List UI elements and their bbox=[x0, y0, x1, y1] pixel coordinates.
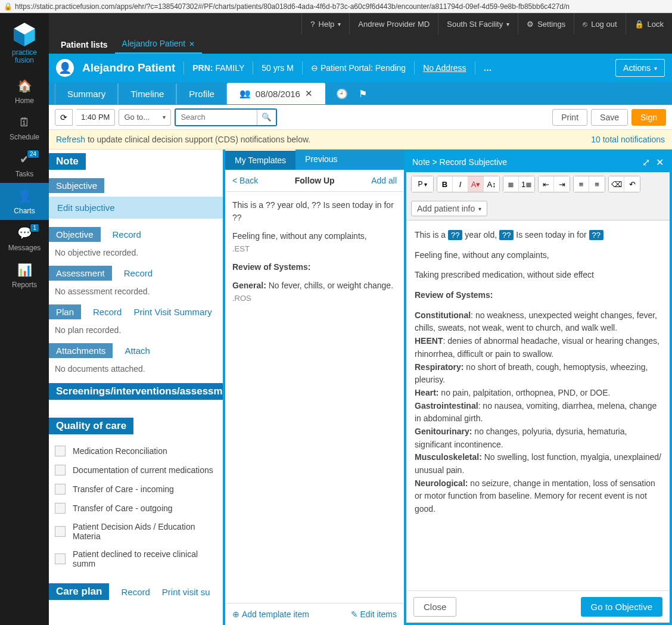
record-careplan-link[interactable]: Record bbox=[121, 587, 150, 597]
sign-button[interactable]: Sign bbox=[631, 109, 666, 126]
close-icon[interactable]: ✕ bbox=[656, 157, 664, 168]
encounter-time: 1:40 PM bbox=[76, 109, 115, 126]
templates-tab-my[interactable]: My Templates bbox=[225, 150, 295, 170]
plan-header[interactable]: Plan bbox=[49, 304, 81, 319]
template-line[interactable]: This is a ?? year old, ?? Is seen today … bbox=[232, 199, 397, 224]
templates-add-all[interactable]: Add all bbox=[371, 176, 397, 185]
tab-encounter-date[interactable]: 👥08/08/2016✕ bbox=[227, 83, 325, 104]
quality-of-care-header: Quality of care bbox=[49, 418, 133, 434]
print-visit-link[interactable]: Print visit su bbox=[162, 587, 210, 597]
settings-link[interactable]: ⚙Settings bbox=[518, 13, 574, 35]
tab-timeline[interactable]: Timeline bbox=[118, 83, 176, 104]
search-input[interactable] bbox=[176, 110, 257, 125]
patient-portal[interactable]: ⊖Patient Portal: Pending bbox=[311, 63, 406, 73]
align-right-button[interactable]: ≡ bbox=[589, 176, 605, 192]
qoc-item[interactable]: Patient declined to receive clinical sum… bbox=[49, 545, 223, 573]
indent-button[interactable]: ⇥ bbox=[554, 176, 570, 192]
assessment-header[interactable]: Assessment bbox=[49, 266, 112, 281]
ul-button[interactable]: ≣ bbox=[503, 176, 519, 192]
attachments-header[interactable]: Attachments bbox=[49, 343, 113, 358]
gear-icon: ⚙ bbox=[527, 20, 534, 29]
history-icon[interactable]: 🕘 bbox=[336, 88, 348, 99]
refresh-button[interactable]: ⟳ bbox=[55, 109, 73, 126]
undo-button[interactable]: ↶ bbox=[624, 176, 640, 192]
close-button[interactable]: Close bbox=[413, 597, 456, 617]
nav-home[interactable]: 🏠Home bbox=[0, 73, 49, 110]
templates-tab-previous[interactable]: Previous bbox=[295, 150, 347, 170]
attachments-empty: No documents attached. bbox=[49, 358, 223, 374]
screenings-header[interactable]: Screenings/interventions/assessm bbox=[49, 383, 223, 400]
qoc-item[interactable]: Patient Decision Aids / Education Materi… bbox=[49, 518, 223, 545]
address-link[interactable]: No Address bbox=[423, 63, 466, 73]
editor-body[interactable]: This is a ?? year old, ?? Is seen today … bbox=[406, 220, 670, 590]
goto-objective-button[interactable]: Go to Objective bbox=[581, 597, 662, 617]
checkbox[interactable] bbox=[55, 446, 66, 456]
flag-icon[interactable]: ⚑ bbox=[359, 88, 367, 99]
more-menu[interactable]: … bbox=[484, 63, 492, 73]
print-button[interactable]: Print bbox=[552, 109, 587, 126]
edit-template-items-link[interactable]: ✎Edit items bbox=[351, 610, 397, 619]
qoc-item[interactable]: Documentation of current medications bbox=[49, 461, 223, 480]
qoc-item[interactable]: Medication Reconciliation bbox=[49, 441, 223, 461]
nav-tasks[interactable]: 24✔Tasks bbox=[0, 146, 49, 183]
nav-schedule[interactable]: 🗓Schedule bbox=[0, 110, 49, 146]
checkbox[interactable] bbox=[55, 554, 66, 564]
notifications-link[interactable]: 10 total notifications bbox=[591, 135, 665, 144]
merge-field[interactable]: ?? bbox=[589, 230, 603, 240]
template-line[interactable]: General: No fever, chills, or weight cha… bbox=[232, 279, 397, 304]
tab-profile[interactable]: Profile bbox=[176, 83, 227, 104]
checkbox[interactable] bbox=[55, 526, 66, 537]
font-color-button[interactable]: A▾ bbox=[468, 176, 484, 192]
objective-header[interactable]: Objective bbox=[49, 227, 101, 242]
ol-button[interactable]: 1≣ bbox=[519, 176, 534, 192]
print-visit-summary-link[interactable]: Print Visit Summary bbox=[133, 307, 211, 317]
checkbox[interactable] bbox=[55, 465, 66, 475]
checkbox[interactable] bbox=[55, 503, 66, 514]
logout-link[interactable]: ⎋Log out bbox=[574, 13, 625, 35]
nav-messages[interactable]: 1💬Messages bbox=[0, 220, 49, 257]
avatar: 👤 bbox=[56, 59, 74, 77]
font-size-button[interactable]: A↕ bbox=[484, 176, 499, 192]
user-label[interactable]: Andrew Provider MD bbox=[349, 13, 438, 35]
checkbox[interactable] bbox=[55, 484, 66, 495]
italic-button[interactable]: I bbox=[453, 176, 468, 192]
help-menu[interactable]: ?Help▾ bbox=[301, 13, 349, 35]
edit-subjective-link[interactable]: Edit subjective bbox=[49, 197, 223, 219]
record-plan-link[interactable]: Record bbox=[93, 307, 122, 317]
search-button[interactable]: 🔍 bbox=[257, 110, 276, 125]
record-objective-link[interactable]: Record bbox=[113, 229, 141, 240]
align-left-button[interactable]: ≡ bbox=[574, 176, 589, 192]
tab-patient-lists[interactable]: Patient lists bbox=[54, 36, 115, 54]
lock-link[interactable]: 🔒Lock bbox=[626, 13, 672, 35]
templates-back[interactable]: < Back bbox=[232, 176, 258, 185]
facility-menu[interactable]: South St Facility▾ bbox=[438, 13, 518, 35]
template-line[interactable]: Feeling fine, without any complaints,.ES… bbox=[232, 230, 397, 255]
merge-field[interactable]: ?? bbox=[448, 230, 462, 240]
merge-field[interactable]: ?? bbox=[499, 230, 514, 240]
save-button[interactable]: Save bbox=[591, 109, 628, 126]
goto-select[interactable]: Go to...▾ bbox=[119, 109, 171, 126]
care-plan-header[interactable]: Care plan bbox=[49, 583, 109, 600]
patient-bar: 👤 Alejandro Patient PRN:FAMILY 50 yrs M … bbox=[49, 54, 672, 82]
actions-button[interactable]: Actions▾ bbox=[615, 59, 665, 77]
qoc-item[interactable]: Transfer of Care - outgoing bbox=[49, 499, 223, 518]
nav-charts[interactable]: 👤Charts bbox=[0, 183, 49, 220]
attach-link[interactable]: Attach bbox=[125, 346, 150, 356]
tab-patient[interactable]: Alejandro Patient✕ bbox=[115, 35, 203, 54]
nav-reports[interactable]: 📊Reports bbox=[0, 257, 49, 294]
outdent-button[interactable]: ⇤ bbox=[539, 176, 554, 192]
close-icon[interactable]: ✕ bbox=[189, 40, 195, 48]
qoc-item[interactable]: Transfer of Care - incoming bbox=[49, 480, 223, 499]
paragraph-select[interactable]: P ▾ bbox=[412, 176, 433, 192]
objective-empty: No objective recorded. bbox=[49, 242, 223, 257]
bold-button[interactable]: B bbox=[437, 176, 453, 192]
record-assessment-link[interactable]: Record bbox=[124, 268, 153, 278]
eraser-button[interactable]: ⌫ bbox=[609, 176, 624, 192]
expand-icon[interactable]: ⤢ bbox=[642, 157, 650, 168]
subjective-header[interactable]: Subjective bbox=[49, 178, 104, 193]
close-icon[interactable]: ✕ bbox=[305, 88, 313, 99]
add-template-item-link[interactable]: ⊕Add template item bbox=[232, 610, 309, 619]
add-patient-info-menu[interactable]: Add patient info▾ bbox=[411, 201, 487, 216]
refresh-link[interactable]: Refresh bbox=[56, 135, 85, 144]
tab-summary[interactable]: Summary bbox=[55, 83, 118, 104]
